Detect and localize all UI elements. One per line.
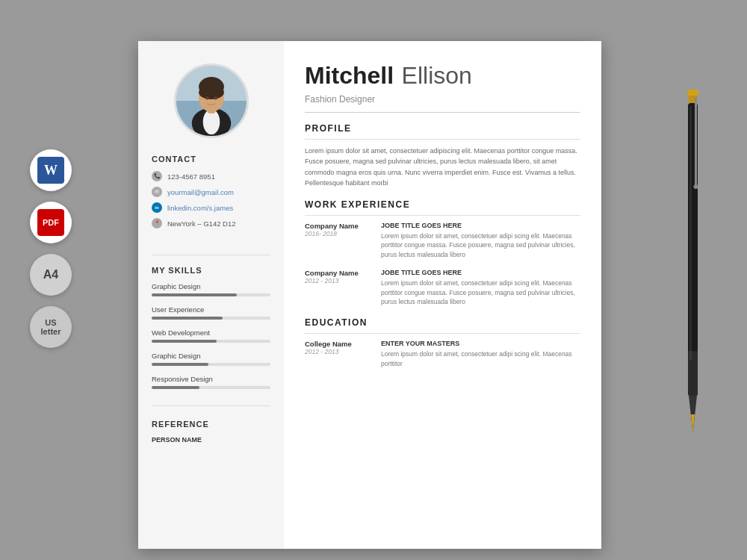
skill-name: User Experience [152, 305, 270, 314]
pdf-icon: PDF [37, 209, 64, 236]
pdf-icon-badge[interactable]: PDF [30, 202, 72, 243]
resume-left-sidebar: CONTACT 📞 123-4567 8951 ✉ yourmail@gmail… [138, 41, 284, 549]
word-icon-badge[interactable] [30, 149, 72, 191]
svg-rect-14 [695, 97, 697, 187]
skill-bar-bg [152, 317, 270, 320]
skill-name: Web Development [152, 329, 270, 337]
a4-icon-badge[interactable]: A4 [30, 254, 72, 296]
svg-point-7 [199, 85, 224, 99]
education-title: EDUCATION [305, 317, 580, 328]
work-right: JOBE TITLE GOES HERE Lorem ipsum dolor s… [381, 222, 580, 260]
svg-rect-10 [687, 90, 698, 96]
avatar-image [176, 66, 247, 136]
first-name: Mitchell [305, 62, 394, 89]
pen [680, 90, 706, 433]
profile-section: PROFILE Lorem ipsum dolor sit amet, cons… [305, 123, 580, 189]
skill-name: Graphic Design [152, 282, 270, 290]
skills-section-title: MY SKILLS [152, 266, 270, 275]
pen-svg [680, 90, 706, 433]
contact-phone: 📞 123-4567 8951 [152, 171, 270, 181]
edu-left: College Name 2012 - 2013 [305, 340, 372, 369]
reference-section-title: REFERENCE [152, 420, 270, 429]
contact-section-title: CONTACT [152, 155, 270, 164]
linkedin-icon: in [152, 202, 162, 213]
job-title: Fashion Designer [305, 94, 580, 105]
svg-point-15 [694, 184, 698, 189]
contact-section: CONTACT 📞 123-4567 8951 ✉ yourmail@gmail… [152, 155, 270, 234]
person-name-label: PERSON NAME [152, 436, 270, 444]
reference-section: REFERENCE PERSON NAME [152, 420, 270, 447]
email-icon: ✉ [152, 187, 162, 197]
svg-rect-18 [689, 106, 692, 360]
contact-linkedin: in linkedin.com/s.james [152, 202, 270, 213]
skill-name: Responsive Design [152, 375, 270, 383]
skill-bar-fill [152, 363, 208, 366]
skill-name: Graphic Design [152, 352, 270, 360]
svg-rect-13 [688, 351, 698, 396]
edu-college: College Name [305, 340, 372, 348]
work-right: JOBE TITLE GOES HERE Lorem ipsum dolor s… [381, 269, 580, 307]
resume-right-content: Mitchell Ellison Fashion Designer PROFIL… [284, 41, 601, 549]
work-experience-section: WORK EXPERIENCE Company Name 2016- 2018 … [305, 199, 580, 308]
us-icon-badge[interactable]: US letter [30, 306, 72, 348]
skills-divider [152, 255, 270, 255]
skill-bar-fill [152, 317, 223, 320]
reference-divider [152, 405, 270, 406]
work-company: Company Name [305, 269, 372, 277]
profile-text: Lorem ipsum dolor sit amet, consectetuer… [305, 146, 580, 189]
skills-list: Graphic Design User Experience Web Devel… [152, 282, 270, 389]
skills-section: MY SKILLS Graphic Design User Experience… [152, 266, 270, 398]
svg-marker-17 [691, 414, 695, 433]
contact-location: 📍 NewYork – G142 D12 [152, 218, 270, 228]
profile-section-divider [305, 139, 580, 140]
edu-degree-title: ENTER YOUR MASTERS [381, 340, 580, 347]
last-name: Ellison [402, 62, 472, 89]
skill-bar-fill [152, 293, 237, 296]
work-dates: 2016- 2018 [305, 230, 372, 237]
avatar [174, 63, 249, 138]
edu-entries: College Name 2012 - 2013 ENTER YOUR MAST… [305, 340, 580, 369]
avatar-area [152, 63, 270, 138]
work-left: Company Name 2012 - 2013 [305, 269, 372, 307]
work-left: Company Name 2016- 2018 [305, 222, 372, 260]
skill-bar-bg [152, 363, 270, 366]
side-icons: PDF A4 US letter [30, 149, 72, 348]
svg-point-8 [205, 96, 209, 100]
work-entries: Company Name 2016- 2018 JOBE TITLE GOES … [305, 222, 580, 308]
skill-bar-fill [152, 386, 199, 389]
skill-bar-bg [152, 386, 270, 389]
work-entry: Company Name 2012 - 2013 JOBE TITLE GOES… [305, 269, 580, 307]
profile-section-title: PROFILE [305, 123, 580, 134]
work-company: Company Name [305, 222, 372, 230]
work-divider [305, 215, 580, 216]
edu-dates: 2012 - 2013 [305, 348, 372, 355]
skill-bar-bg [152, 340, 270, 343]
work-title: JOBE TITLE GOES HERE [381, 222, 580, 229]
contact-email: ✉ yourmail@gmail.com [152, 187, 270, 197]
skill-item: User Experience [152, 305, 270, 320]
work-title: JOBE TITLE GOES HERE [381, 269, 580, 276]
resume-paper: CONTACT 📞 123-4567 8951 ✉ yourmail@gmail… [138, 41, 601, 549]
skill-item: Responsive Design [152, 375, 270, 389]
svg-point-9 [214, 96, 217, 100]
work-dates: 2012 - 2013 [305, 277, 372, 284]
skill-bar-bg [152, 293, 270, 296]
skill-item: Graphic Design [152, 352, 270, 366]
education-section: EDUCATION College Name 2012 - 2013 ENTER… [305, 317, 580, 369]
skill-bar-fill [152, 340, 217, 343]
skill-item: Graphic Design [152, 282, 270, 296]
work-desc: Lorem ipsum dolor sit amet, consectetuer… [381, 231, 580, 260]
skill-item: Web Development [152, 329, 270, 343]
work-desc: Lorem ipsum dolor sit amet, consectetuer… [381, 279, 580, 307]
edu-desc: Lorem ipsum dolor sit amet, consectetuer… [381, 349, 580, 369]
phone-icon: 📞 [152, 171, 162, 181]
edu-entry: College Name 2012 - 2013 ENTER YOUR MAST… [305, 340, 580, 369]
edu-right: ENTER YOUR MASTERS Lorem ipsum dolor sit… [381, 340, 580, 369]
work-entry: Company Name 2016- 2018 JOBE TITLE GOES … [305, 222, 580, 260]
name-area: Mitchell Ellison [305, 62, 580, 90]
word-icon [37, 157, 64, 184]
location-icon: 📍 [152, 218, 162, 228]
name-divider [305, 112, 580, 113]
education-divider [305, 333, 580, 334]
work-experience-title: WORK EXPERIENCE [305, 199, 580, 210]
